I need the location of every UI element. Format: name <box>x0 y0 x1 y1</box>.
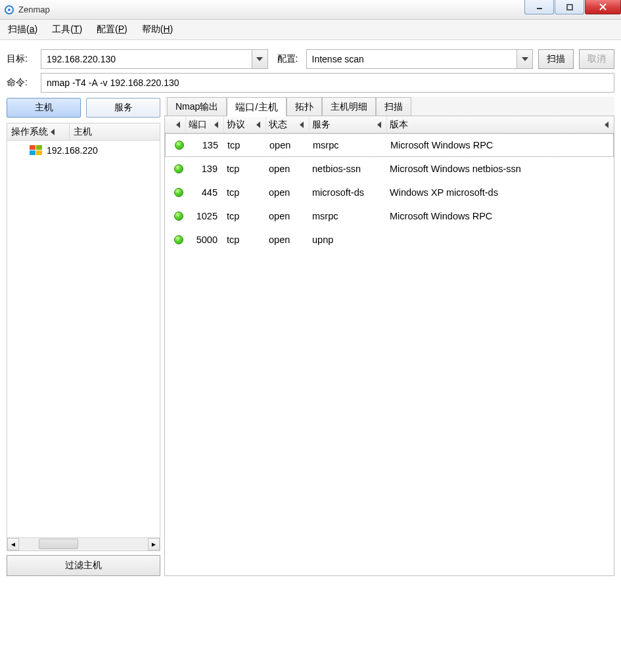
profile-label: 配置: <box>277 53 306 65</box>
cell-state: open <box>267 140 310 150</box>
cell-service: microsoft-ds <box>310 187 387 198</box>
titlebar: Zenmap <box>0 0 621 20</box>
target-combobox[interactable] <box>41 49 268 69</box>
menu-tools[interactable]: 工具(T) <box>49 22 85 37</box>
sort-indicator-icon <box>377 122 381 128</box>
ports-table-row[interactable]: 139tcpopennetbios-ssnMicrosoft Windows n… <box>165 157 614 181</box>
chevron-down-icon <box>522 57 528 61</box>
services-tab-button[interactable]: 服务 <box>86 98 160 118</box>
sidebar: 主机 服务 操作系统 主机 <box>7 97 164 576</box>
ports-header-status[interactable] <box>165 116 186 133</box>
cell-protocol: tcp <box>225 140 267 150</box>
cell-protocol: tcp <box>224 235 266 245</box>
svg-rect-7 <box>36 145 42 150</box>
tab-nmap-output[interactable]: Nmap输出 <box>167 97 227 116</box>
svg-rect-9 <box>36 150 42 155</box>
hostlist-hscrollbar[interactable]: ◄ ► <box>7 537 160 550</box>
command-input[interactable] <box>41 74 614 92</box>
hostlist-header-host[interactable]: 主机 <box>70 123 160 140</box>
svg-rect-6 <box>30 145 35 150</box>
profile-combobox[interactable] <box>306 49 534 69</box>
scroll-thumb[interactable] <box>39 539 78 549</box>
ports-header-version[interactable]: 版本 <box>387 116 614 133</box>
cell-protocol: tcp <box>224 164 266 174</box>
main-tabs: Nmap输出 端口/主机 拓扑 主机明细 扫描 <box>164 97 614 116</box>
cell-state: open <box>266 211 310 221</box>
host-listview: 操作系统 主机 192.168.220 <box>7 123 160 551</box>
menu-config[interactable]: 配置(P) <box>94 22 130 37</box>
cell-service: netbios-ssn <box>310 164 387 174</box>
cell-state: open <box>266 164 310 174</box>
ports-table-header: 端口 协议 状态 服务 版本 <box>165 116 614 133</box>
status-open-icon <box>174 188 183 197</box>
cell-port: 1025 <box>186 211 224 221</box>
menu-scan[interactable]: 扫描(a) <box>5 22 40 37</box>
status-open-icon <box>174 212 183 221</box>
chevron-down-icon <box>256 57 263 61</box>
target-label: 目标: <box>7 53 41 65</box>
command-label: 命令: <box>7 77 41 89</box>
cell-version: Windows XP microsoft-ds <box>387 187 614 198</box>
ports-header-protocol[interactable]: 协议 <box>224 116 266 133</box>
cell-version: Microsoft Windows RPC <box>387 211 614 221</box>
cell-version: Microsoft Windows netbios-ssn <box>387 164 614 174</box>
windows-os-icon <box>30 145 43 156</box>
sort-indicator-icon <box>176 122 180 128</box>
scroll-right-button[interactable]: ► <box>148 538 160 550</box>
sort-indicator-icon <box>300 122 304 128</box>
tab-ports-hosts[interactable]: 端口/主机 <box>227 97 286 117</box>
status-open-icon <box>174 164 183 173</box>
cell-port: 139 <box>186 164 224 174</box>
cell-port: 135 <box>187 140 225 150</box>
cell-protocol: tcp <box>224 187 266 198</box>
cell-version: Microsoft Windows RPC <box>388 140 613 150</box>
svg-point-1 <box>8 9 11 11</box>
host-row[interactable]: 192.168.220 <box>7 141 160 160</box>
minimize-button[interactable] <box>524 0 554 14</box>
scan-button[interactable]: 扫描 <box>538 49 574 69</box>
cell-state: open <box>266 187 310 198</box>
svg-rect-3 <box>567 5 572 10</box>
menu-help[interactable]: 帮助(H) <box>139 22 175 37</box>
ports-table: 端口 协议 状态 服务 版本 135tcpopenmsrpcMicrosoft … <box>164 116 614 576</box>
ports-header-port[interactable]: 端口 <box>186 116 224 133</box>
cell-protocol: tcp <box>224 211 266 221</box>
target-input[interactable] <box>41 51 252 67</box>
main-panel: Nmap输出 端口/主机 拓扑 主机明细 扫描 端口 协议 状态 服务 版本 1… <box>164 97 614 576</box>
target-dropdown-button[interactable] <box>252 50 267 68</box>
hosts-tab-button[interactable]: 主机 <box>7 98 81 118</box>
window-title: Zenmap <box>18 5 50 14</box>
cell-service: upnp <box>310 235 387 245</box>
tab-host-details[interactable]: 主机明细 <box>322 97 376 116</box>
maximize-button[interactable] <box>555 0 584 14</box>
ports-table-row[interactable]: 135tcpopenmsrpcMicrosoft Windows RPC <box>165 133 614 157</box>
ports-table-row[interactable]: 5000tcpopenupnp <box>165 228 614 252</box>
sort-indicator-icon <box>214 122 218 128</box>
tab-scans[interactable]: 扫描 <box>376 97 411 116</box>
cell-state: open <box>266 235 310 245</box>
ports-table-row[interactable]: 445tcpopenmicrosoft-dsWindows XP microso… <box>165 181 614 204</box>
sort-indicator-icon <box>605 122 609 128</box>
cancel-button[interactable]: 取消 <box>579 49 614 69</box>
tab-topology[interactable]: 拓扑 <box>287 97 322 116</box>
ports-header-service[interactable]: 服务 <box>310 116 387 133</box>
cell-service: msrpc <box>310 140 388 150</box>
sort-indicator-icon <box>51 129 55 135</box>
profile-dropdown-button[interactable] <box>517 50 532 68</box>
ports-table-row[interactable]: 1025tcpopenmsrpcMicrosoft Windows RPC <box>165 204 614 228</box>
profile-input[interactable] <box>307 51 517 67</box>
sort-indicator-icon <box>256 122 260 128</box>
cell-port: 445 <box>186 187 224 198</box>
menubar: 扫描(a) 工具(T) 配置(P) 帮助(H) <box>0 20 621 40</box>
zenmap-logo-icon <box>4 5 14 15</box>
status-open-icon <box>175 141 184 150</box>
hostlist-header-os[interactable]: 操作系统 <box>7 123 70 140</box>
scroll-left-button[interactable]: ◄ <box>7 538 19 550</box>
status-open-icon <box>174 235 183 244</box>
host-label: 192.168.220 <box>47 145 98 156</box>
svg-rect-8 <box>30 150 35 155</box>
cell-service: msrpc <box>310 211 387 221</box>
close-button[interactable] <box>585 0 621 14</box>
ports-header-state[interactable]: 状态 <box>266 116 310 133</box>
filter-hosts-button[interactable]: 过滤主机 <box>7 555 160 576</box>
